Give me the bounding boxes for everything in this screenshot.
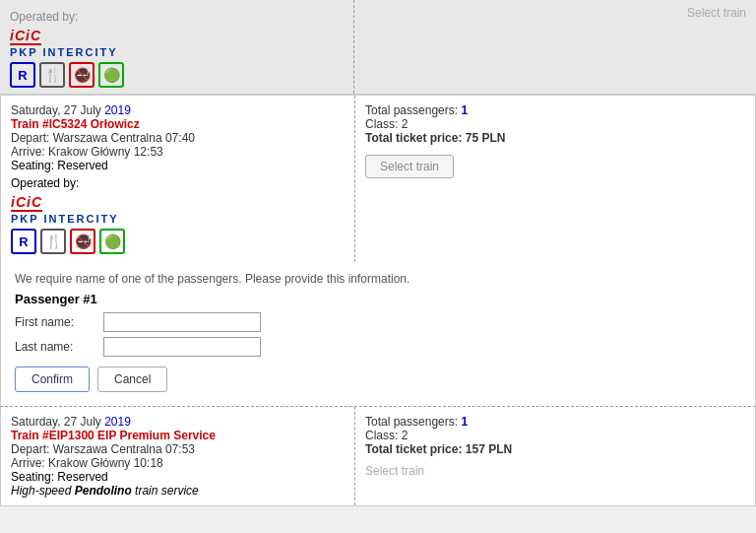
- main-train-name: Train #IC5324 Orłowicz: [11, 117, 345, 131]
- eip-date-text: Saturday, 27 July: [11, 415, 104, 429]
- main-card-left: Saturday, 27 July 2019 Train #IC5324 Orł…: [1, 96, 355, 262]
- main-seating: Seating: Reserved: [11, 159, 345, 172]
- eip-card-left: Saturday, 27 July 2019 Train #EIP1300 EI…: [1, 407, 355, 505]
- top-card-right: Select train: [354, 0, 756, 94]
- eip-total-price: Total ticket price: 157 PLN: [365, 442, 745, 456]
- eip-depart: Depart: Warszawa Centralna 07:53: [11, 442, 345, 456]
- top-pkp-logo: iCiC PKP INTERCITY: [10, 28, 344, 58]
- main-passengers-count: 1: [461, 103, 468, 117]
- eip-train-id: #EIP1300 EIP Premium Service: [42, 429, 216, 442]
- main-operated-label: Operated by:: [11, 176, 345, 190]
- main-date-text: Saturday, 27 July: [11, 103, 104, 117]
- eip-class: Class: 2: [365, 429, 745, 442]
- top-pkp-intercity-text: PKP INTERCITY: [10, 46, 118, 58]
- top-partial-card: Operated by: iCiC PKP INTERCITY R 🍴 🚭 🟢 …: [0, 0, 756, 95]
- form-notice: We require name of one of the passengers…: [15, 272, 741, 286]
- main-train-card: Saturday, 27 July 2019 Train #IC5324 Orł…: [0, 95, 756, 262]
- passenger-form-section: We require name of one of the passengers…: [0, 262, 756, 407]
- main-select-train-button[interactable]: Select train: [365, 155, 454, 178]
- last-name-row: Last name:: [15, 337, 741, 357]
- main-total-price: Total ticket price: 75 PLN: [365, 131, 745, 145]
- main-pkp-logo: iCiC PKP INTERCITY: [11, 194, 345, 225]
- eip-service-desc: High-speed Pendolino train service: [11, 484, 345, 498]
- eip-passengers-count: 1: [461, 415, 468, 429]
- main-amenities: R 🍴 🚭 🟢: [11, 229, 345, 254]
- main-container: Operated by: iCiC PKP INTERCITY R 🍴 🚭 🟢 …: [0, 0, 756, 506]
- main-arrive: Arrive: Krakow Główny 12:53: [11, 145, 345, 159]
- top-pkp-ic-text: iCiC: [10, 28, 41, 45]
- eip-train-name: Train #EIP1300 EIP Premium Service: [11, 429, 345, 442]
- eip-service-suffix: train service: [132, 484, 199, 498]
- main-train-id: #IC5324 Orłowicz: [42, 117, 140, 131]
- first-name-row: First name:: [15, 312, 741, 332]
- main-amenity-train-icon: 🟢: [99, 229, 125, 254]
- top-amenities: R 🍴 🚭 🟢: [10, 62, 344, 88]
- main-amenity-nosmoking-icon: 🚭: [70, 229, 95, 254]
- eip-passengers-label: Total passengers:: [365, 415, 461, 429]
- main-amenity-r-icon: R: [11, 229, 36, 254]
- eip-service-prefix: High-speed: [11, 484, 75, 498]
- eip-total-passengers: Total passengers: 1: [365, 415, 745, 429]
- top-card-left: Operated by: iCiC PKP INTERCITY R 🍴 🚭 🟢: [0, 0, 354, 94]
- amenity-wifi-icon: 🟢: [98, 62, 124, 88]
- last-name-input[interactable]: [103, 337, 261, 357]
- first-name-label: First name:: [15, 315, 103, 329]
- amenity-nosmoking-icon: 🚭: [69, 62, 94, 88]
- eip-select-train-link[interactable]: Select train: [365, 464, 745, 478]
- passenger-label: Passenger #1: [15, 292, 741, 306]
- confirm-button[interactable]: Confirm: [15, 366, 90, 392]
- amenity-r-icon: R: [10, 62, 35, 88]
- main-total-passengers: Total passengers: 1: [365, 103, 745, 117]
- eip-date: Saturday, 27 July 2019: [11, 415, 345, 429]
- main-date: Saturday, 27 July 2019: [11, 103, 345, 117]
- eip-arrive: Arrive: Krakow Główny 10:18: [11, 456, 345, 470]
- main-pkp-intercity-text: PKP INTERCITY: [11, 213, 119, 225]
- main-card-right: Total passengers: 1 Class: 2 Total ticke…: [355, 96, 755, 262]
- first-name-input[interactable]: [103, 312, 261, 332]
- main-amenity-food-icon: 🍴: [40, 229, 66, 254]
- amenity-food-icon: 🍴: [39, 62, 65, 88]
- eip-card-right: Total passengers: 1 Class: 2 Total ticke…: [355, 407, 755, 505]
- eip-seating: Seating: Reserved: [11, 470, 345, 484]
- main-pkp-ic-text: iCiC: [11, 194, 42, 212]
- main-passengers-label: Total passengers:: [365, 103, 461, 117]
- main-class: Class: 2: [365, 117, 745, 131]
- eip-date-year: 2019: [104, 415, 131, 429]
- cancel-button[interactable]: Cancel: [97, 366, 167, 392]
- main-depart: Depart: Warszawa Centralna 07:40: [11, 131, 345, 145]
- top-select-train-link[interactable]: Select train: [364, 6, 746, 20]
- top-operated-label: Operated by:: [10, 10, 344, 24]
- main-date-year: 2019: [104, 103, 131, 117]
- last-name-label: Last name:: [15, 340, 103, 354]
- eip-pendolino: Pendolino: [75, 484, 132, 498]
- form-actions: Confirm Cancel: [15, 366, 741, 392]
- eip-train-card: Saturday, 27 July 2019 Train #EIP1300 EI…: [0, 407, 756, 506]
